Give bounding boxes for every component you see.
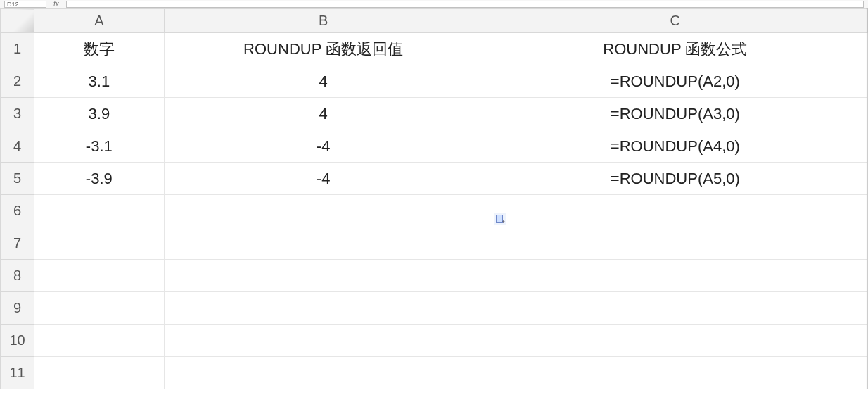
cell-B11[interactable] (164, 357, 483, 389)
cell-C9[interactable] (483, 292, 867, 325)
cell-C1[interactable]: ROUNDUP 函数公式 (483, 33, 867, 65)
cell-C8[interactable] (483, 260, 867, 292)
cell-C11[interactable] (483, 357, 867, 389)
row-header-5[interactable]: 5 (1, 163, 34, 195)
row-header-3[interactable]: 3 (1, 98, 34, 130)
cell-C3[interactable]: =ROUNDUP(A3,0) (483, 98, 867, 130)
cell-A2[interactable]: 3.1 (34, 65, 164, 98)
row-header-6[interactable]: 6 (1, 195, 34, 227)
cell-B3[interactable]: 4 (164, 98, 483, 130)
cell-A9[interactable] (34, 292, 164, 325)
paste-options-icon[interactable] (494, 213, 506, 225)
cell-A3[interactable]: 3.9 (34, 98, 164, 130)
name-box[interactable]: D12 (4, 1, 46, 8)
row-header-1[interactable]: 1 (1, 33, 34, 65)
cell-A11[interactable] (34, 357, 164, 389)
cell-A10[interactable] (34, 325, 164, 357)
cell-B2[interactable]: 4 (164, 65, 483, 98)
spreadsheet-grid: A B C 1 数字 ROUNDUP 函数返回值 ROUNDUP 函数公式 2 … (0, 8, 868, 389)
cell-B7[interactable] (164, 227, 483, 260)
cell-C2[interactable]: =ROUNDUP(A2,0) (483, 65, 867, 98)
row-header-7[interactable]: 7 (1, 227, 34, 260)
cell-A4[interactable]: -3.1 (34, 130, 164, 163)
cell-B10[interactable] (164, 325, 483, 357)
cell-A5[interactable]: -3.9 (34, 163, 164, 195)
cell-B8[interactable] (164, 260, 483, 292)
cell-A8[interactable] (34, 260, 164, 292)
row-header-2[interactable]: 2 (1, 65, 34, 98)
row-header-4[interactable]: 4 (1, 130, 34, 163)
col-header-A[interactable]: A (34, 9, 164, 33)
formula-bar-input[interactable] (66, 1, 864, 8)
cell-C7[interactable] (483, 227, 867, 260)
col-header-C[interactable]: C (483, 9, 867, 33)
cell-B4[interactable]: -4 (164, 130, 483, 163)
cell-C4[interactable]: =ROUNDUP(A4,0) (483, 130, 867, 163)
cell-A7[interactable] (34, 227, 164, 260)
fx-icon: fx (53, 0, 59, 8)
cell-B9[interactable] (164, 292, 483, 325)
cell-C10[interactable] (483, 325, 867, 357)
row-header-11[interactable]: 11 (1, 357, 34, 389)
cell-A1[interactable]: 数字 (34, 33, 164, 65)
select-all-corner[interactable] (1, 9, 34, 33)
cell-B1[interactable]: ROUNDUP 函数返回值 (164, 33, 483, 65)
row-header-10[interactable]: 10 (1, 325, 34, 357)
col-header-B[interactable]: B (164, 9, 483, 33)
cell-A6[interactable] (34, 195, 164, 227)
formula-toolbar: D12 fx (0, 0, 868, 8)
row-header-8[interactable]: 8 (1, 260, 34, 292)
cell-C5[interactable]: =ROUNDUP(A5,0) (483, 163, 867, 195)
row-header-9[interactable]: 9 (1, 292, 34, 325)
cell-B5[interactable]: -4 (164, 163, 483, 195)
cell-C6[interactable] (483, 195, 867, 227)
sheet-table: A B C 1 数字 ROUNDUP 函数返回值 ROUNDUP 函数公式 2 … (0, 8, 868, 389)
cell-B6[interactable] (164, 195, 483, 227)
